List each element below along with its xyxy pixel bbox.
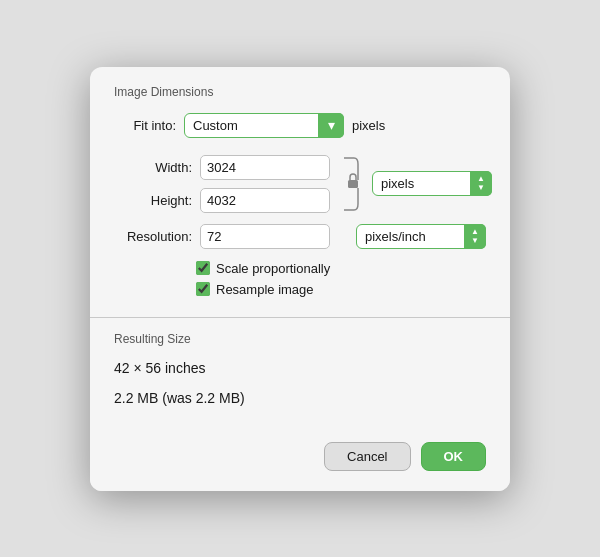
cancel-button[interactable]: Cancel xyxy=(324,442,410,471)
spinner-down-icon: ▼ xyxy=(477,184,485,192)
dimensions-fields-area: Width: Height: xyxy=(114,154,486,214)
height-row: Height: xyxy=(124,188,330,213)
fit-into-select[interactable]: Custom Fit Width Fit Height Fit Page xyxy=(184,113,344,138)
height-input[interactable] xyxy=(200,188,330,213)
fit-into-pixels-label: pixels xyxy=(352,118,385,133)
section-title: Image Dimensions xyxy=(114,85,486,99)
resolution-input[interactable] xyxy=(200,224,330,249)
image-dimensions-dialog: Image Dimensions Fit into: Custom Fit Wi… xyxy=(90,67,510,491)
width-row: Width: xyxy=(124,155,330,180)
scale-proportionally-label: Scale proportionally xyxy=(216,261,330,276)
unit-select-area: pixels inches cm mm ▲ ▼ xyxy=(372,171,492,196)
resolution-unit-spinner: ▲ ▼ xyxy=(464,224,486,249)
scale-proportionally-checkbox[interactable] xyxy=(196,261,210,275)
resulting-size-label: Resulting Size xyxy=(114,332,486,346)
fit-into-label: Fit into: xyxy=(124,118,176,133)
resolution-spinner-down-icon: ▼ xyxy=(471,237,479,245)
ok-button[interactable]: OK xyxy=(421,442,487,471)
resample-image-checkbox[interactable] xyxy=(196,282,210,296)
resulting-size-section: Resulting Size 42 × 56 inches 2.2 MB (wa… xyxy=(90,318,510,430)
lock-bracket xyxy=(340,154,362,214)
width-height-fields: Width: Height: xyxy=(124,155,330,213)
result-file-size: 2.2 MB (was 2.2 MB) xyxy=(114,390,486,406)
resample-image-row: Resample image xyxy=(196,282,486,297)
image-dimensions-section: Image Dimensions Fit into: Custom Fit Wi… xyxy=(90,67,510,317)
resolution-spinner-up-icon: ▲ xyxy=(471,228,479,236)
checkboxes-area: Scale proportionally Resample image xyxy=(114,261,486,297)
resolution-label: Resolution: xyxy=(124,229,192,244)
pixels-unit-wrapper[interactable]: pixels inches cm mm ▲ ▼ xyxy=(372,171,492,196)
width-input[interactable] xyxy=(200,155,330,180)
resolution-unit-wrapper[interactable]: pixels/inch pixels/cm ▲ ▼ xyxy=(356,224,486,249)
resample-image-label: Resample image xyxy=(216,282,314,297)
svg-rect-0 xyxy=(348,180,358,188)
fit-into-select-wrapper[interactable]: Custom Fit Width Fit Height Fit Page xyxy=(184,113,344,138)
resolution-row: Resolution: pixels/inch pixels/cm ▲ ▼ xyxy=(114,224,486,249)
spinner-up-icon: ▲ xyxy=(477,175,485,183)
fit-into-row: Fit into: Custom Fit Width Fit Height Fi… xyxy=(114,113,486,138)
width-label: Width: xyxy=(124,160,192,175)
result-dimensions: 42 × 56 inches xyxy=(114,360,486,376)
button-row: Cancel OK xyxy=(90,430,510,491)
height-label: Height: xyxy=(124,193,192,208)
pixels-unit-spinner: ▲ ▼ xyxy=(470,171,492,196)
scale-proportionally-row: Scale proportionally xyxy=(196,261,486,276)
lock-icon xyxy=(340,154,362,214)
